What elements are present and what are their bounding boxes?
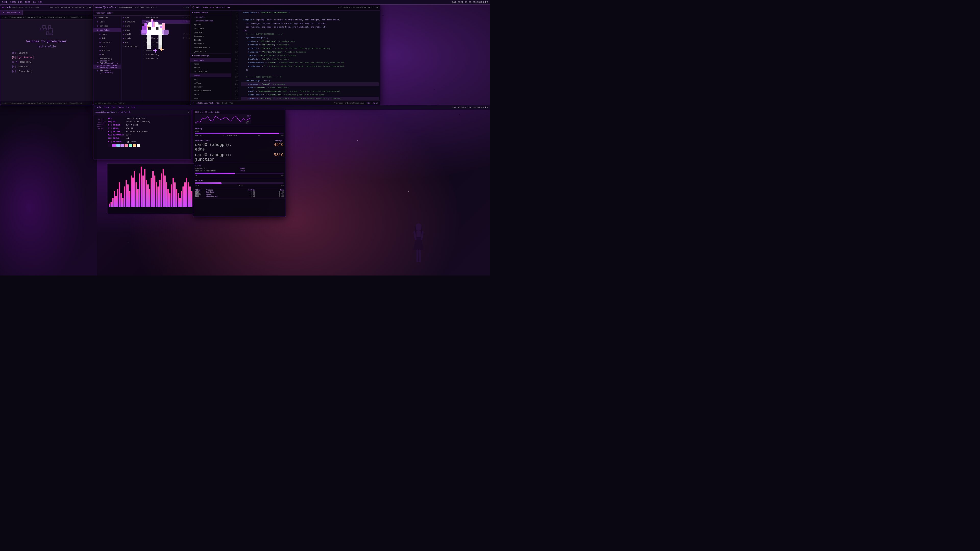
music-bar-18 — [137, 189, 139, 207]
neo-close[interactable]: ✕ — [188, 111, 189, 114]
tree-browser[interactable]: browser — [190, 85, 231, 89]
file-installsh2[interactable]: · install.sh — [142, 56, 191, 60]
qute-tab-active[interactable]: 1 Tech Profile — [0, 11, 23, 15]
nav-search[interactable]: [o] [Search] — [12, 51, 89, 56]
music-bar-27 — [152, 171, 154, 207]
qute-min-btn[interactable]: ─ — [89, 6, 91, 10]
qute-urlbar[interactable]: file:///home/emmet/.browser/Tech/config/… — [0, 15, 93, 20]
dir-work[interactable]: ▶ work — [94, 44, 121, 48]
sysmon-mem-section: Memory 100% RAM: 95 5.7GiB/8.2GiB 0% 0% — [193, 126, 286, 138]
code-max[interactable]: □ — [374, 6, 375, 9]
music-bar-7 — [119, 183, 120, 207]
dir-git[interactable]: ▶ .git — [94, 20, 121, 24]
tree-locale[interactable]: locale — [190, 38, 231, 42]
tree-outputs[interactable]: ▸outputs — [190, 15, 231, 19]
tree-systemsettings[interactable]: ▸systemSettings — [190, 19, 231, 23]
temp-junction-val: 58°C — [240, 153, 284, 162]
nav-newtab[interactable]: [t] [New tab] — [12, 65, 89, 69]
dir-wsl[interactable]: ▶ wsl — [94, 52, 121, 56]
music-bar-46 — [184, 183, 186, 207]
character-svg — [411, 222, 426, 268]
neo-row-arch: Y | ARCH: x86_64 — [108, 127, 189, 130]
dir-worklab[interactable]: ▶ worklab — [94, 48, 121, 52]
svg-text:0%: 0% — [246, 122, 248, 124]
code-titlebar: ⬡ Tech 100% 20% 100% 2s 10s Sat 2024-03-… — [190, 5, 380, 11]
tree-profile[interactable]: profile — [190, 30, 231, 34]
tree-bootmount[interactable]: bootMountPath — [190, 46, 231, 49]
qute-max-btn[interactable]: □ — [86, 6, 88, 10]
files-close[interactable]: ✕ — [183, 6, 184, 9]
tree-term[interactable]: term — [190, 93, 231, 97]
dir-personal[interactable]: ▶ personal — [94, 40, 121, 44]
dir-profiles[interactable]: ▶ profiles — [94, 28, 121, 32]
tree-bootmode[interactable]: bootMode — [190, 42, 231, 46]
code-statusbar: ● .dotfiles/flake.nix 3:10 Top Producer.… — [190, 100, 380, 105]
neo-row-user: WE| emmet @ snowfire — [108, 117, 189, 120]
temp-junction: card0 (amdgpu): junction — [195, 153, 239, 162]
svg-text:CPU Use: CPU Use — [247, 115, 251, 117]
neo-row-shell: CN| SHELL: zsh — [108, 137, 189, 140]
tree-timezone[interactable]: timezone — [190, 34, 231, 38]
svg-rect-13 — [156, 27, 159, 30]
files-col1: ▶ .dotfiles ▶ .git ▶ patches ▶ profiles … — [94, 16, 121, 103]
music-bar-34 — [164, 176, 165, 207]
sysmon-disks-section: Disks /dev/dm-0 / 304GB /dev/dm-0 /nix/s… — [193, 163, 286, 178]
svg-point-29 — [415, 224, 422, 230]
dir-dotfiles[interactable]: ▶ .dotfiles — [94, 16, 121, 20]
files-titlebar: emmetf@snowfire: /home/emmet/.dotfiles/f… — [94, 5, 191, 11]
status-b-bat: 100% — [103, 106, 109, 109]
music-bar-37 — [169, 193, 171, 207]
dir-patches[interactable]: ▶ patches — [94, 24, 121, 28]
tree-email[interactable]: email — [190, 66, 231, 70]
dir-themes[interactable]: ▶ themes = "wunicum-yt"; # selected them… — [94, 65, 121, 68]
qute-close-btn[interactable]: ✕ — [83, 6, 84, 10]
procs-header: PID(s) Process CPU(%) Mem — [195, 189, 283, 191]
nav-quickmarks[interactable]: [b] [Quickmarks] — [12, 56, 89, 60]
music-bar-43 — [179, 198, 181, 207]
qute-tabbar: 1 Tech Profile — [0, 11, 93, 15]
dir-lab[interactable]: ▶ lab — [94, 36, 121, 40]
music-bar-8 — [121, 193, 122, 207]
music-bar-9 — [122, 198, 124, 207]
music-bar-6 — [117, 189, 119, 207]
neo-row-packages: MA| PACKAGES: 3577 — [108, 133, 189, 137]
code-close[interactable]: ✕ — [371, 6, 372, 9]
statusbar-datetime-left: Sat 2024-03-09 05:06:00 PM — [452, 1, 488, 3]
sysmon-mem-values: RAM: 95 5.7GiB/8.2GiB 0% 0% — [195, 135, 283, 137]
sysmon-mem-bar-bg — [195, 133, 283, 134]
music-bar-13 — [129, 191, 130, 207]
tree-defaultroam[interactable]: defaultRoamDir — [190, 89, 231, 93]
music-bar-32 — [161, 173, 162, 207]
tree-font[interactable]: font — [190, 97, 231, 100]
tree-grubdevice[interactable]: grubDevice — [190, 49, 231, 53]
files-max[interactable]: □ — [185, 6, 186, 9]
swatch-3 — [121, 144, 124, 147]
music-bar-25 — [149, 189, 151, 207]
files-min[interactable]: ─ — [188, 6, 189, 9]
sysmon-net-title: Network — [195, 179, 283, 182]
code-min[interactable]: ─ — [377, 6, 378, 9]
dir-home[interactable]: ▶ home — [94, 32, 121, 36]
nav-closetab[interactable]: [x] [Close tab] — [12, 69, 89, 74]
neo-title-text: emmet@snowfire — [95, 111, 115, 114]
filemanager-window: emmetf@snowfire: /home/emmet/.dotfiles/f… — [93, 5, 191, 105]
tree-theme[interactable]: theme — [190, 73, 231, 77]
tree-wmtype[interactable]: wmType — [190, 81, 231, 85]
bg-bottom-left — [0, 105, 97, 275]
tree-wm[interactable]: wm — [190, 77, 231, 81]
music-bar-31 — [159, 180, 161, 207]
files-toolbar: rapidash-galar — [94, 11, 191, 16]
tree-hostname[interactable]: hostname — [190, 27, 231, 30]
tree-name[interactable]: name — [190, 62, 231, 66]
music-bar-17 — [135, 183, 137, 207]
music-bar-44 — [181, 191, 183, 207]
tree-username[interactable]: username — [190, 58, 231, 62]
status-b-t1: 2s — [126, 106, 129, 109]
tree-dotfilesdir[interactable]: dotfilesDir — [190, 70, 231, 73]
nav-history[interactable]: [s h] [History] — [12, 60, 89, 65]
tree-system[interactable]: system — [190, 23, 231, 27]
status-b-tech: Tech — [95, 106, 101, 109]
qute-navigation: [o] [Search] [b] [Quickmarks] [s h] [His… — [4, 51, 89, 74]
proc-row-3: 3180 pipewire-pu 0.15 0.1% — [195, 195, 283, 197]
swatch-7 — [137, 144, 140, 147]
